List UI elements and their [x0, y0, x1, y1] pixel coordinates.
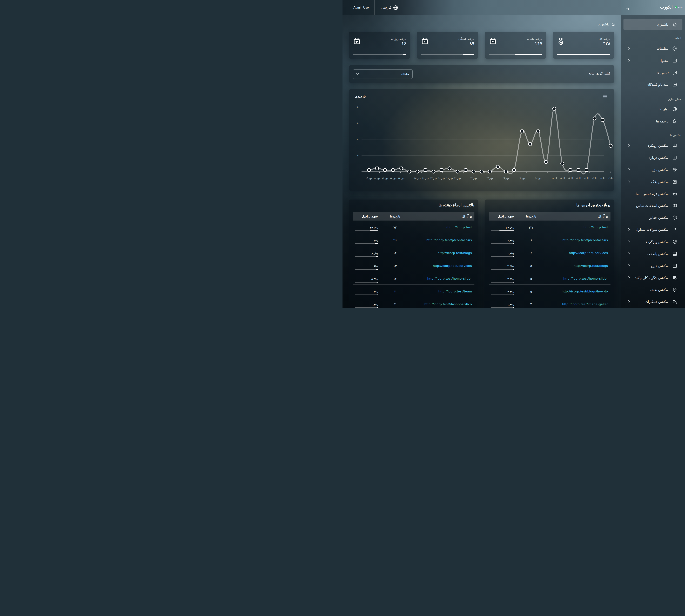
svg-text:۲۰: ۲۰ [357, 138, 359, 141]
svg-text:۰۷ آبا: ۰۷ آبا [592, 177, 597, 179]
svg-text:۳۰ مهر: ۳۰ مهر [535, 177, 541, 180]
svg-text:۲۴ مهر: ۲۴ مهر [486, 177, 493, 180]
svg-text:۰۵ آبا: ۰۵ آبا [576, 177, 581, 179]
svg-text:۳۰: ۳۰ [357, 122, 359, 125]
svg-text:۱۳ مهر: ۱۳ مهر [398, 177, 405, 180]
svg-text:۰۳ آبا: ۰۳ آبا [560, 177, 565, 179]
svg-text:۱۲ مهر: ۱۲ مهر [390, 177, 397, 180]
svg-text:۱۰: ۱۰ [357, 154, 359, 157]
svg-text:۱۱ مهر: ۱۱ مهر [382, 177, 388, 180]
svg-text:۴۰: ۴۰ [357, 106, 359, 108]
svg-text:۱۸ مهر: ۱۸ مهر [438, 177, 445, 180]
svg-text:۱۷ مهر: ۱۷ مهر [430, 177, 437, 180]
svg-text:۰۸ آبا: ۰۸ آبا [600, 177, 605, 179]
svg-text:۱۵ مهر: ۱۵ مهر [414, 177, 421, 180]
svg-text:۰۹ مهر: ۰۹ مهر [366, 177, 372, 180]
svg-text:۲۲ مهر: ۲۲ مهر [470, 177, 477, 180]
svg-text:۰۲ آبا: ۰۲ آبا [552, 177, 557, 179]
svg-text:۰۴ آبا: ۰۴ آبا [568, 177, 573, 179]
svg-text:۲۶ مهر: ۲۶ مهر [502, 177, 509, 180]
svg-text:۱۹ مهر: ۱۹ مهر [446, 177, 453, 180]
svg-text:۱۰ مهر: ۱۰ مهر [374, 177, 381, 180]
svg-text:۲۰ مهر: ۲۰ مهر [454, 177, 461, 180]
svg-text:۰۶ آبا: ۰۶ آبا [584, 177, 589, 179]
svg-text:۰: ۰ [358, 171, 359, 173]
svg-text:۱۶ مهر: ۱۶ مهر [422, 177, 429, 180]
svg-text:۰۹ آبا: ۰۹ آبا [608, 177, 614, 179]
svg-text:۲۸ مهر: ۲۸ مهر [519, 177, 526, 180]
